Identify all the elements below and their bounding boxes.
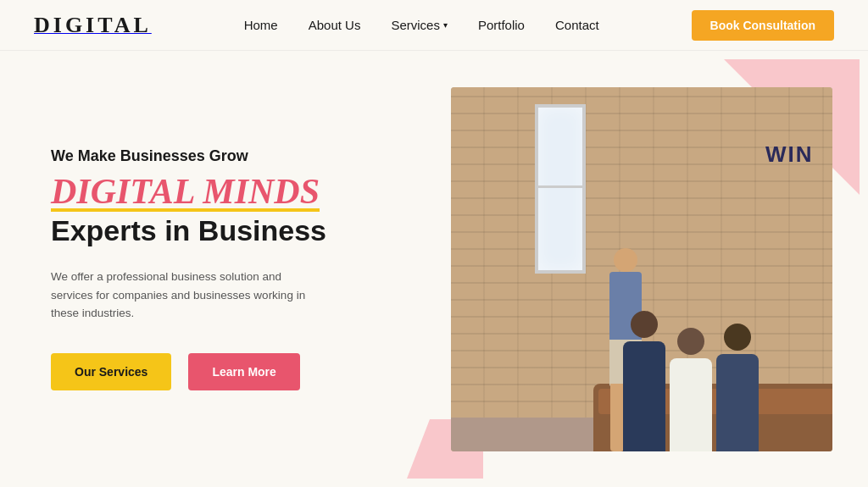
nav-link-about[interactable]: About Us: [309, 18, 361, 32]
audience-body-2: [670, 358, 712, 451]
nav-link-services[interactable]: Services ▾: [391, 18, 448, 32]
audience-body-3: [716, 354, 759, 451]
audience-person-2: [670, 328, 712, 451]
hero-description: We offer a professional business solutio…: [51, 268, 322, 323]
nav-link-home[interactable]: Home: [244, 18, 278, 32]
logo-text: DIGITAL: [34, 13, 152, 37]
hero-image-area: WIN: [415, 51, 868, 487]
audience-group: [623, 282, 833, 451]
nav-item-services[interactable]: Services ▾: [391, 18, 448, 32]
hero-brand-name: DIGITAL MINDS: [51, 172, 415, 211]
audience-person-1: [623, 311, 665, 451]
navbar: DIGITAL Home About Us Services ▾ Portfol…: [0, 0, 868, 51]
nav-item-about[interactable]: About Us: [309, 18, 361, 33]
hero-content: We Make Businesses Grow DIGITAL MINDS Ex…: [0, 147, 415, 390]
hero-buttons: Our Services Learn More: [51, 353, 415, 390]
nav-item-portfolio[interactable]: Portfolio: [478, 18, 525, 33]
audience-head-2: [677, 328, 704, 355]
logo[interactable]: DIGITAL: [34, 13, 152, 38]
nav-item-contact[interactable]: Contact: [555, 18, 599, 33]
audience-head-3: [724, 324, 751, 351]
learn-more-button[interactable]: Learn More: [188, 353, 299, 390]
chevron-down-icon: ▾: [443, 20, 448, 30]
audience-person-3: [716, 324, 759, 451]
presenter-head: [614, 248, 637, 272]
book-consultation-button[interactable]: Book Consultation: [692, 10, 834, 41]
audience-head-1: [631, 311, 658, 338]
presenter-leg-left: [610, 384, 624, 451]
window-element: [535, 104, 586, 274]
nav-links: Home About Us Services ▾ Portfolio Conta…: [244, 18, 599, 33]
hero-title: Experts in Business: [51, 214, 415, 247]
nav-link-portfolio[interactable]: Portfolio: [478, 18, 525, 32]
nav-item-home[interactable]: Home: [244, 18, 278, 33]
hero-section: We Make Businesses Grow DIGITAL MINDS Ex…: [0, 51, 868, 487]
wall-text: WIN: [765, 141, 814, 168]
nav-link-contact[interactable]: Contact: [555, 18, 599, 32]
hero-subtitle: We Make Businesses Grow: [51, 147, 415, 165]
our-services-button[interactable]: Our Services: [51, 353, 171, 390]
hero-photo-inner: WIN: [451, 87, 832, 451]
audience-body-1: [623, 341, 665, 451]
hero-photo: WIN: [451, 87, 832, 451]
